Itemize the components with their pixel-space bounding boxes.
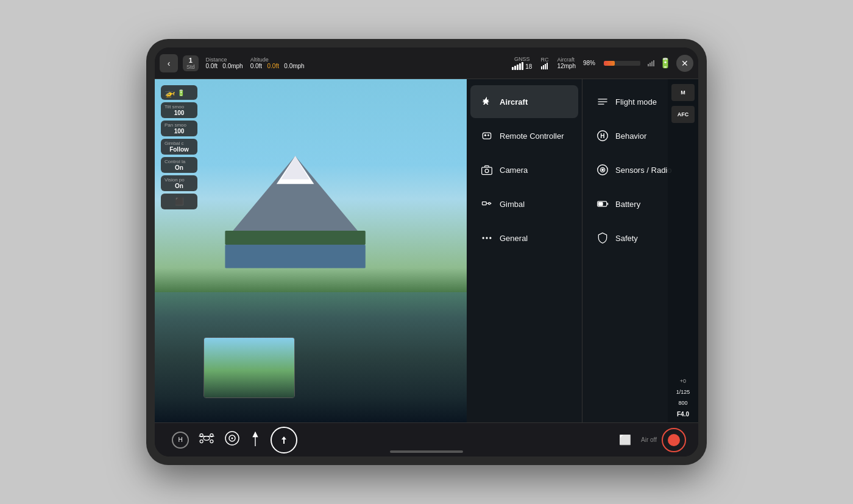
svg-point-16 [483,237,484,239]
svg-rect-6 [483,133,490,139]
flight-mode-icon [596,95,609,108]
screen-icon: ⬛ [175,197,184,206]
sensors-radio-label: Sensors / Radio [615,166,672,175]
control-latency-button[interactable]: Control la On [161,157,197,173]
screen-mode-button[interactable]: ⬛ [161,194,197,209]
menu-item-aircraft[interactable]: Aircraft [470,85,578,118]
rc-signal: RC [540,57,548,69]
menu-item-remote-controller[interactable]: Remote Controller [470,119,578,152]
flight-mode-label: Flight mode [615,97,657,107]
safety-icon [596,231,609,245]
record-dot [668,434,680,446]
svg-point-17 [486,237,487,239]
water-area [155,292,467,422]
home-icon: H [172,432,189,449]
general-label: General [500,234,528,243]
menu-item-gimbal[interactable]: Gimbal [470,187,578,220]
general-icon [480,231,494,245]
menu-item-camera[interactable]: Camera [470,153,578,186]
svg-point-18 [489,237,491,239]
drone-status-button[interactable]: 🚁 🔋 [161,85,197,100]
gimbal-icon [480,197,494,211]
svg-point-7 [484,135,486,136]
pan-smooth-button[interactable]: Pan smoo 100 [161,121,197,136]
battery-label: Battery [615,200,640,209]
air-off-button[interactable]: Air off [636,434,662,446]
remote-controller-icon [480,129,494,142]
svg-rect-29 [598,203,603,206]
back-button[interactable]: ‹ [160,54,178,72]
svg-point-38 [232,438,233,439]
svg-rect-10 [482,167,492,175]
safety-label: Safety [615,234,638,243]
remote-controller-label: Remote Controller [500,131,564,141]
drone-view-button[interactable] [194,430,219,450]
svg-point-35 [210,440,213,443]
upload-button[interactable] [266,424,302,456]
battery-settings-icon [596,197,609,211]
tablet-screen: ‹ 1 Std Distance 0.0ft 0.0mph Altitude 0… [155,47,698,457]
svg-rect-4 [225,231,365,245]
tilt-smooth-button[interactable]: Tilt smoo 100 [161,102,197,118]
waypoint-button[interactable] [245,428,266,452]
screen-ratio-button[interactable]: ⬜ [614,432,636,448]
scroll-indicator [390,450,463,453]
afc-button[interactable]: AFC [671,106,695,123]
battery-icon: 🔋 [659,57,671,69]
svg-point-26 [602,169,604,171]
behavior-label: Behavior [615,131,646,141]
svg-marker-40 [252,432,258,437]
camera-icon [480,163,494,177]
aircraft-icon [480,95,494,108]
mountain-scene [202,131,389,303]
aircraft-info: Aircraft 12mph [557,57,576,69]
svg-point-31 [204,436,210,441]
upload-circle-button[interactable] [271,427,297,453]
focus-button[interactable] [219,428,245,452]
exposure-value: +0 [680,378,686,384]
battery-block [604,61,640,66]
camera-feed: 🚁 🔋 Tilt smoo 100 Pan smoo 100 [155,79,467,422]
behavior-icon: H [596,129,609,142]
thumbnail-image[interactable] [204,337,295,398]
distance-stat: Distance 0.0ft 0.0mph [206,57,243,69]
svg-point-14 [489,203,490,205]
svg-point-34 [200,440,203,443]
battery-percentage: 98% [583,60,595,66]
gimbal-label: Gimbal [500,200,525,209]
record-button[interactable] [662,428,686,452]
iso-value: 800 [678,400,687,406]
left-panel: 🚁 🔋 Tilt smoo 100 Pan smoo 100 [161,85,197,209]
gnss-indicator: GNSS 18 [512,56,532,70]
main-content: 🚁 🔋 Tilt smoo 100 Pan smoo 100 [155,79,698,422]
close-button[interactable]: ✕ [676,55,693,72]
std-badge: 1 Std [183,55,199,71]
settings-panel: Aircraft Remote Controller [467,79,698,422]
home-button[interactable]: H [167,429,194,451]
screen-ratio-icon: ⬜ [619,434,631,446]
settings-left-column: Aircraft Remote Controller [467,79,582,422]
svg-point-11 [485,169,489,173]
waypoint-icon [250,430,261,449]
video-signal [648,60,654,66]
gimbal-control-button[interactable]: Gimbal c Follow [161,139,197,155]
header-bar: ‹ 1 Std Distance 0.0ft 0.0mph Altitude 0… [155,47,698,79]
svg-rect-12 [483,202,487,205]
m-button[interactable]: M [671,84,695,101]
aircraft-label: Aircraft [500,97,528,107]
svg-text:H: H [600,133,604,139]
battery-indicator: 🔋 [177,89,185,96]
drone-view-icon [199,432,214,447]
sensors-radio-icon [596,163,609,177]
thumbnail-strip [204,337,295,398]
right-sidebar: M AFC +0 1/125 800 F4.0 [668,79,698,422]
shutter-value: 1/125 [676,389,690,395]
tablet-frame: ‹ 1 Std Distance 0.0ft 0.0mph Altitude 0… [146,39,707,465]
altitude-stat: Altitude 0.0ft 0.0ft 0.0mph [250,57,305,69]
vision-positioning-button[interactable]: Vision po On [161,175,197,191]
svg-rect-5 [225,245,365,268]
focus-icon [224,430,240,449]
menu-item-general[interactable]: General [470,222,578,254]
drone-icon: 🚁 [165,88,175,97]
air-off-label: Air off [641,436,657,443]
